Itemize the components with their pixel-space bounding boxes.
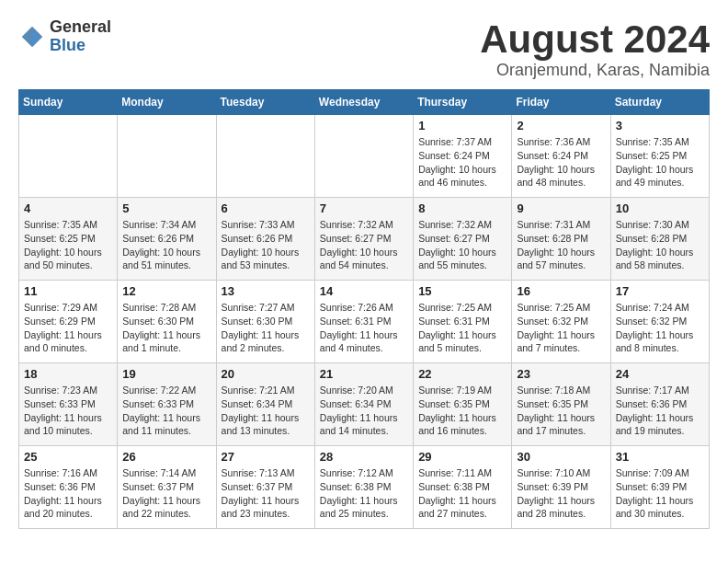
day-info: Sunrise: 7:18 AM Sunset: 6:35 PM Dayligh… [517,384,605,438]
day-number: 1 [418,119,506,132]
header-area: General Blue August 2024 Oranjemund, Kar… [18,18,710,80]
calendar-cell: 27Sunrise: 7:13 AM Sunset: 6:37 PM Dayli… [216,446,314,529]
calendar-cell [118,115,216,198]
calendar-cell: 24Sunrise: 7:17 AM Sunset: 6:36 PM Dayli… [610,363,709,446]
calendar-subtitle: Oranjemund, Karas, Namibia [480,61,710,80]
calendar-cell [314,115,413,198]
day-info: Sunrise: 7:22 AM Sunset: 6:33 PM Dayligh… [122,384,210,438]
day-number: 14 [320,284,408,298]
calendar-cell: 8Sunrise: 7:32 AM Sunset: 6:27 PM Daylig… [414,198,512,281]
calendar-cell: 18Sunrise: 7:23 AM Sunset: 6:33 PM Dayli… [19,363,118,446]
day-number: 25 [24,450,112,464]
calendar-cell: 12Sunrise: 7:28 AM Sunset: 6:30 PM Dayli… [118,281,216,363]
day-number: 27 [222,450,310,464]
calendar-cell: 11Sunrise: 7:29 AM Sunset: 6:29 PM Dayli… [19,281,118,363]
day-info: Sunrise: 7:20 AM Sunset: 6:34 PM Dayligh… [320,384,408,438]
weekday-header: Friday [512,90,610,115]
weekday-header-row: SundayMondayTuesdayWednesdayThursdayFrid… [19,90,710,115]
day-info: Sunrise: 7:29 AM Sunset: 6:29 PM Dayligh… [24,301,112,355]
day-number: 3 [616,119,704,132]
calendar-cell: 9Sunrise: 7:31 AM Sunset: 6:28 PM Daylig… [512,198,610,281]
calendar-cell: 13Sunrise: 7:27 AM Sunset: 6:30 PM Dayli… [216,281,314,363]
day-info: Sunrise: 7:25 AM Sunset: 6:31 PM Dayligh… [418,301,506,355]
day-info: Sunrise: 7:21 AM Sunset: 6:34 PM Dayligh… [222,384,310,438]
day-number: 13 [222,284,310,298]
logo: General Blue [18,18,111,55]
calendar-cell: 15Sunrise: 7:25 AM Sunset: 6:31 PM Dayli… [414,281,512,363]
calendar-cell: 20Sunrise: 7:21 AM Sunset: 6:34 PM Dayli… [216,363,314,446]
calendar-week-row: 1Sunrise: 7:37 AM Sunset: 6:24 PM Daylig… [19,115,710,198]
weekday-header: Sunday [19,90,118,115]
calendar-cell: 22Sunrise: 7:19 AM Sunset: 6:35 PM Dayli… [414,363,512,446]
calendar-cell: 4Sunrise: 7:35 AM Sunset: 6:25 PM Daylig… [19,198,118,281]
weekday-header: Wednesday [314,90,413,115]
calendar-cell: 5Sunrise: 7:34 AM Sunset: 6:26 PM Daylig… [118,198,216,281]
day-number: 10 [616,201,704,215]
day-number: 7 [320,201,408,215]
calendar-cell: 26Sunrise: 7:14 AM Sunset: 6:37 PM Dayli… [118,446,216,529]
calendar-cell: 10Sunrise: 7:30 AM Sunset: 6:28 PM Dayli… [610,198,709,281]
weekday-header: Monday [118,90,216,115]
day-info: Sunrise: 7:33 AM Sunset: 6:26 PM Dayligh… [222,218,310,272]
calendar-cell: 29Sunrise: 7:11 AM Sunset: 6:38 PM Dayli… [414,446,512,529]
day-info: Sunrise: 7:27 AM Sunset: 6:30 PM Dayligh… [222,301,310,355]
calendar-week-row: 4Sunrise: 7:35 AM Sunset: 6:25 PM Daylig… [19,198,710,281]
calendar-cell [19,115,118,198]
day-number: 16 [517,284,605,298]
day-number: 8 [418,201,506,215]
day-info: Sunrise: 7:35 AM Sunset: 6:25 PM Dayligh… [616,135,704,190]
day-number: 18 [24,367,112,381]
day-number: 20 [222,367,310,381]
day-info: Sunrise: 7:31 AM Sunset: 6:28 PM Dayligh… [517,218,605,272]
calendar-title: August 2024 [480,18,710,61]
logo-icon [18,23,46,51]
calendar-table: SundayMondayTuesdayWednesdayThursdayFrid… [18,89,710,529]
day-number: 29 [418,450,506,464]
calendar-cell: 6Sunrise: 7:33 AM Sunset: 6:26 PM Daylig… [216,198,314,281]
title-area: August 2024 Oranjemund, Karas, Namibia [480,18,710,80]
day-number: 30 [517,450,605,464]
day-info: Sunrise: 7:32 AM Sunset: 6:27 PM Dayligh… [418,218,506,272]
day-info: Sunrise: 7:12 AM Sunset: 6:38 PM Dayligh… [320,466,408,521]
day-number: 28 [320,450,408,464]
calendar-cell: 31Sunrise: 7:09 AM Sunset: 6:39 PM Dayli… [610,446,709,529]
calendar-cell: 16Sunrise: 7:25 AM Sunset: 6:32 PM Dayli… [512,281,610,363]
day-number: 15 [418,284,506,298]
day-info: Sunrise: 7:36 AM Sunset: 6:24 PM Dayligh… [517,135,605,190]
calendar-cell: 7Sunrise: 7:32 AM Sunset: 6:27 PM Daylig… [314,198,413,281]
day-info: Sunrise: 7:34 AM Sunset: 6:26 PM Dayligh… [122,218,210,272]
calendar-cell: 14Sunrise: 7:26 AM Sunset: 6:31 PM Dayli… [314,281,413,363]
day-number: 21 [320,367,408,381]
calendar-week-row: 11Sunrise: 7:29 AM Sunset: 6:29 PM Dayli… [19,281,710,363]
calendar-cell: 28Sunrise: 7:12 AM Sunset: 6:38 PM Dayli… [314,446,413,529]
logo-blue: Blue [50,37,111,55]
day-info: Sunrise: 7:17 AM Sunset: 6:36 PM Dayligh… [616,384,704,438]
day-info: Sunrise: 7:26 AM Sunset: 6:31 PM Dayligh… [320,301,408,355]
calendar-cell [216,115,314,198]
weekday-header: Tuesday [216,90,314,115]
day-number: 9 [517,201,605,215]
day-number: 22 [418,367,506,381]
day-number: 26 [122,450,210,464]
day-info: Sunrise: 7:10 AM Sunset: 6:39 PM Dayligh… [517,466,605,521]
calendar-cell: 25Sunrise: 7:16 AM Sunset: 6:36 PM Dayli… [19,446,118,529]
calendar-cell: 2Sunrise: 7:36 AM Sunset: 6:24 PM Daylig… [512,115,610,198]
calendar-cell: 23Sunrise: 7:18 AM Sunset: 6:35 PM Dayli… [512,363,610,446]
day-info: Sunrise: 7:23 AM Sunset: 6:33 PM Dayligh… [24,384,112,438]
calendar-week-row: 18Sunrise: 7:23 AM Sunset: 6:33 PM Dayli… [19,363,710,446]
day-number: 11 [24,284,112,298]
day-number: 12 [122,284,210,298]
day-info: Sunrise: 7:16 AM Sunset: 6:36 PM Dayligh… [24,466,112,521]
calendar-cell: 19Sunrise: 7:22 AM Sunset: 6:33 PM Dayli… [118,363,216,446]
day-number: 5 [122,201,210,215]
day-info: Sunrise: 7:37 AM Sunset: 6:24 PM Dayligh… [418,135,506,190]
weekday-header: Thursday [414,90,512,115]
day-info: Sunrise: 7:14 AM Sunset: 6:37 PM Dayligh… [122,466,210,521]
day-info: Sunrise: 7:19 AM Sunset: 6:35 PM Dayligh… [418,384,506,438]
day-info: Sunrise: 7:30 AM Sunset: 6:28 PM Dayligh… [616,218,704,272]
day-info: Sunrise: 7:24 AM Sunset: 6:32 PM Dayligh… [616,301,704,355]
day-info: Sunrise: 7:11 AM Sunset: 6:38 PM Dayligh… [418,466,506,521]
day-info: Sunrise: 7:32 AM Sunset: 6:27 PM Dayligh… [320,218,408,272]
day-info: Sunrise: 7:09 AM Sunset: 6:39 PM Dayligh… [616,466,704,521]
calendar-cell: 21Sunrise: 7:20 AM Sunset: 6:34 PM Dayli… [314,363,413,446]
